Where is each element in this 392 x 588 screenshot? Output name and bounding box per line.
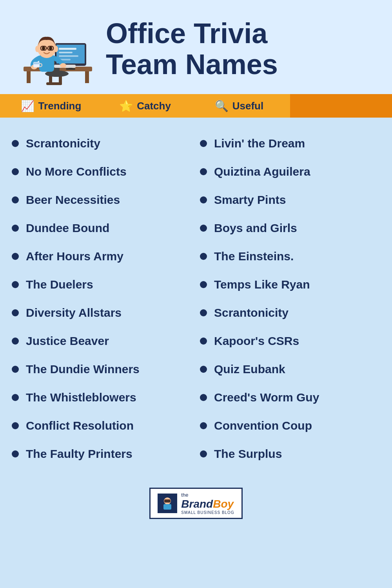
svg-point-26 — [49, 46, 52, 50]
bullet-left-0 — [12, 140, 19, 147]
logo-the-text: the — [181, 492, 234, 498]
logo-text: the BrandBoy SMALL BUSINESS BLOG — [181, 492, 234, 515]
list-item-right-8: Quiz Eubank — [200, 355, 380, 383]
header-text: Office Trivia Team Names — [106, 18, 278, 80]
tab-trending[interactable]: 📈 Trending — [0, 94, 102, 118]
bullet-left-3 — [12, 225, 19, 232]
bullet-right-8 — [200, 366, 207, 373]
list-item-text-right-6: Scrantonicity — [214, 306, 289, 320]
bullet-left-9 — [12, 394, 19, 401]
tab-extra — [290, 94, 392, 118]
list-item-text-left-2: Beer Necessities — [26, 193, 120, 207]
list-item-text-right-1: Quiztina Aguilera — [214, 165, 310, 179]
bullet-right-11 — [200, 450, 207, 457]
logo-section: the BrandBoy SMALL BUSINESS BLOG — [0, 480, 392, 527]
list-item-right-2: Smarty Pints — [200, 186, 380, 214]
bullet-right-0 — [200, 140, 207, 147]
bullet-left-4 — [12, 253, 19, 260]
svg-rect-11 — [59, 48, 76, 50]
bullet-right-4 — [200, 253, 207, 260]
svg-rect-30 — [34, 62, 39, 64]
list-item-text-right-5: Temps Like Ryan — [214, 278, 310, 292]
svg-rect-5 — [46, 82, 62, 85]
tab-catchy-label: Catchy — [137, 100, 171, 112]
list-item-text-right-11: The Surplus — [214, 447, 282, 461]
svg-point-28 — [54, 46, 58, 52]
list-item-text-right-9: Creed's Worm Guy — [214, 390, 319, 405]
bullet-left-7 — [12, 338, 19, 345]
list-item-right-7: Kapoor's CSRs — [200, 327, 380, 355]
bullet-left-1 — [12, 168, 19, 175]
list-item-right-3: Boys and Girls — [200, 214, 380, 242]
list-item-text-right-3: Boys and Girls — [214, 221, 297, 235]
bullet-left-6 — [12, 309, 19, 316]
list-item-text-left-3: Dundee Bound — [26, 221, 109, 235]
list-item-right-0: Livin' the Dream — [200, 129, 380, 158]
tab-trending-label: Trending — [38, 100, 82, 112]
bullet-right-1 — [200, 168, 207, 175]
list-item-right-11: The Surplus — [200, 440, 380, 468]
list-item-text-right-10: Convention Coup — [214, 419, 312, 433]
list-item-left-7: Justice Beaver — [12, 327, 192, 355]
left-column: ScrantonicityNo More ConflictsBeer Neces… — [12, 129, 192, 468]
list-item-text-left-0: Scrantonicity — [26, 136, 100, 151]
list-item-right-1: Quiztina Aguilera — [200, 158, 380, 186]
bullet-left-8 — [12, 366, 19, 373]
list-item-left-3: Dundee Bound — [12, 214, 192, 242]
bullet-right-6 — [200, 309, 207, 316]
list-item-left-6: Diversity Allstars — [12, 299, 192, 327]
svg-rect-12 — [59, 52, 73, 53]
svg-rect-34 — [163, 504, 171, 510]
list-item-text-left-6: Diversity Allstars — [26, 306, 122, 320]
list-item-right-9: Creed's Worm Guy — [200, 383, 380, 412]
list-item-left-4: After Hours Army — [12, 242, 192, 270]
tab-useful-label: Useful — [232, 100, 263, 112]
list-item-left-0: Scrantonicity — [12, 129, 192, 158]
catchy-icon: ⭐ — [119, 100, 133, 113]
list-item-text-right-2: Smarty Pints — [214, 193, 286, 207]
list-item-text-left-10: Conflict Resolution — [26, 419, 134, 433]
svg-rect-13 — [59, 55, 78, 57]
bullet-left-10 — [12, 422, 19, 429]
list-item-text-right-0: Livin' the Dream — [214, 136, 305, 151]
page-wrapper: Office Trivia Team Names 📈 Trending ⭐ Ca… — [0, 0, 392, 588]
header: Office Trivia Team Names — [0, 0, 392, 94]
svg-rect-1 — [27, 71, 31, 83]
list-item-right-6: Scrantonicity — [200, 299, 380, 327]
logo-brand-text: BrandBoy — [181, 498, 234, 510]
bullet-left-11 — [12, 450, 19, 457]
svg-rect-2 — [85, 71, 89, 83]
svg-point-20 — [60, 63, 66, 68]
svg-point-27 — [35, 46, 39, 52]
bullet-left-5 — [12, 281, 19, 288]
list-item-text-left-8: The Dundie Winners — [26, 362, 140, 376]
list-item-left-1: No More Conflicts — [12, 158, 192, 186]
bullet-right-2 — [200, 196, 207, 203]
list-item-text-left-1: No More Conflicts — [26, 165, 127, 179]
bullet-right-3 — [200, 225, 207, 232]
logo-icon — [158, 494, 177, 513]
list-item-left-11: The Faulty Printers — [12, 440, 192, 468]
list-item-left-2: Beer Necessities — [12, 186, 192, 214]
svg-point-25 — [42, 46, 45, 50]
list-item-text-right-7: Kapoor's CSRs — [214, 334, 299, 348]
bullet-right-10 — [200, 422, 207, 429]
tab-bar: 📈 Trending ⭐ Catchy 🔍 Useful — [0, 94, 392, 118]
list-item-right-10: Convention Coup — [200, 412, 380, 440]
header-illustration — [12, 12, 98, 86]
list-item-text-right-8: Quiz Eubank — [214, 362, 285, 376]
list-item-text-left-11: The Faulty Printers — [26, 447, 132, 461]
bullet-right-9 — [200, 394, 207, 401]
bullet-right-5 — [200, 281, 207, 288]
trending-icon: 📈 — [21, 100, 34, 113]
logo-sub-text: SMALL BUSINESS BLOG — [181, 510, 234, 515]
svg-rect-16 — [66, 68, 75, 70]
bullet-left-2 — [12, 196, 19, 203]
list-item-right-4: The Einsteins. — [200, 242, 380, 270]
list-item-left-8: The Dundie Winners — [12, 355, 192, 383]
list-item-text-left-7: Justice Beaver — [26, 334, 109, 348]
tab-useful[interactable]: 🔍 Useful — [188, 94, 290, 118]
list-item-text-right-4: The Einsteins. — [214, 249, 294, 263]
list-item-left-5: The Duelers — [12, 270, 192, 299]
tab-catchy[interactable]: ⭐ Catchy — [102, 94, 188, 118]
